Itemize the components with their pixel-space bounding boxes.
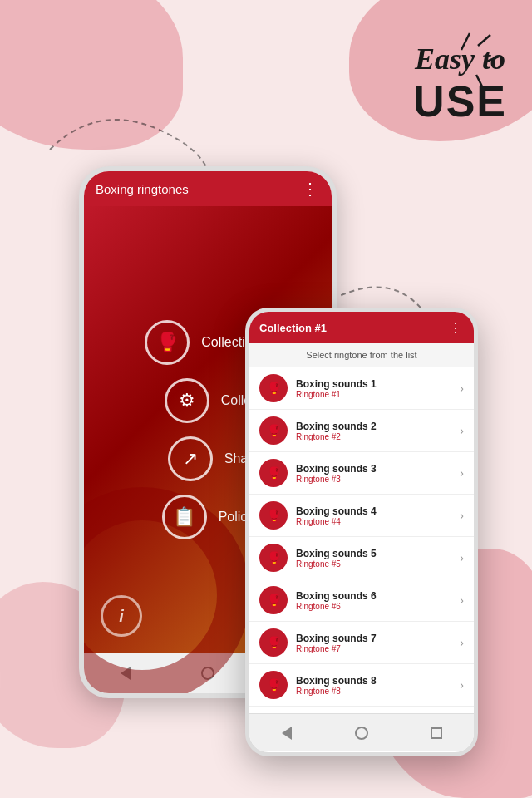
ringtone-info-7: Boxing sounds 7 Ringtone #7 bbox=[296, 633, 451, 653]
ringtone-chevron-4: › bbox=[460, 509, 464, 522]
phone-back-title: Boxing ringtones bbox=[96, 182, 189, 196]
ringtone-chevron-6: › bbox=[460, 594, 464, 607]
phone-back-menu-icon[interactable]: ⋮ bbox=[302, 179, 320, 199]
ringtone-info-8: Boxing sounds 8 Ringtone #8 bbox=[296, 675, 451, 696]
ringtone-icon-2: 🥊 bbox=[259, 416, 288, 445]
ringtone-sub-5: Ringtone #5 bbox=[296, 559, 451, 569]
ringtone-icon-6: 🥊 bbox=[259, 586, 288, 614]
menu-icon-share: ↗ bbox=[168, 436, 213, 481]
ringtone-info-4: Boxing sounds 4 Ringtone #4 bbox=[296, 505, 451, 526]
ringtone-chevron-8: › bbox=[460, 678, 464, 692]
ringtone-name-2: Boxing sounds 2 bbox=[296, 421, 451, 432]
phone-front-title: Collection #1 bbox=[259, 322, 327, 334]
ringtone-item-5[interactable]: 🥊 Boxing sounds 5 Ringtone #5 › bbox=[249, 537, 474, 579]
menu-item-policy[interactable]: 📋 Policy bbox=[162, 495, 254, 539]
ringtone-sub-1: Ringtone #1 bbox=[296, 390, 451, 399]
nav-home-button-front[interactable] bbox=[353, 725, 370, 741]
ringtone-info-2: Boxing sounds 2 Ringtone #2 bbox=[296, 421, 451, 441]
ringtone-sub-8: Ringtone #8 bbox=[296, 687, 451, 696]
ringtone-sub-6: Ringtone #6 bbox=[296, 602, 451, 611]
bg-blob-top-left bbox=[0, 0, 183, 150]
ringtone-chevron-3: › bbox=[460, 466, 464, 480]
ringtone-sub-4: Ringtone #4 bbox=[296, 517, 451, 526]
menu-item-settings[interactable]: ⚙ Colle bbox=[165, 378, 251, 423]
ringtone-icon-3: 🥊 bbox=[259, 459, 288, 487]
ringtone-name-7: Boxing sounds 7 bbox=[296, 633, 451, 644]
tagline: Easy to USE bbox=[413, 42, 507, 126]
ringtone-name-8: Boxing sounds 8 bbox=[296, 675, 451, 687]
phone-front-subtitle: Select ringtone from the list bbox=[249, 343, 474, 367]
ringtone-chevron-2: › bbox=[460, 424, 464, 437]
phone-back-statusbar: Boxing ringtones ⋮ bbox=[84, 171, 332, 206]
ringtone-item-2[interactable]: 🥊 Boxing sounds 2 Ringtone #2 › bbox=[249, 410, 474, 452]
menu-item-share[interactable]: ↗ Sha bbox=[168, 436, 248, 481]
ringtone-item-3[interactable]: 🥊 Boxing sounds 3 Ringtone #3 › bbox=[249, 452, 474, 495]
ringtone-list[interactable]: 🥊 Boxing sounds 1 Ringtone #1 › 🥊 Boxing… bbox=[249, 367, 474, 713]
ringtone-info-6: Boxing sounds 6 Ringtone #6 bbox=[296, 590, 451, 611]
ringtone-icon-5: 🥊 bbox=[259, 544, 288, 572]
nav-recents-button-front[interactable] bbox=[428, 725, 445, 741]
ringtone-item-7[interactable]: 🥊 Boxing sounds 7 Ringtone #7 › bbox=[249, 622, 474, 664]
ringtone-chevron-1: › bbox=[460, 382, 464, 395]
ringtone-name-1: Boxing sounds 1 bbox=[296, 378, 451, 390]
ringtone-icon-8: 🥊 bbox=[259, 671, 288, 699]
ringtone-chevron-5: › bbox=[460, 551, 464, 564]
ringtone-name-6: Boxing sounds 6 bbox=[296, 590, 451, 602]
ringtone-sub-3: Ringtone #3 bbox=[296, 475, 451, 484]
ringtone-sub-7: Ringtone #7 bbox=[296, 644, 451, 653]
tagline-use: USE bbox=[413, 76, 507, 126]
nav-back-button-front[interactable] bbox=[278, 725, 295, 741]
tagline-easy: Easy to bbox=[413, 42, 507, 76]
ringtone-icon-1: 🥊 bbox=[259, 374, 288, 402]
ringtone-info-1: Boxing sounds 1 Ringtone #1 bbox=[296, 378, 451, 399]
ringtone-item-1[interactable]: 🥊 Boxing sounds 1 Ringtone #1 › bbox=[249, 367, 474, 410]
menu-label-share: Sha bbox=[224, 451, 248, 466]
ringtone-name-4: Boxing sounds 4 bbox=[296, 505, 451, 517]
ringtone-item-9[interactable]: 🥊 sms boxing 1 Sound SMS #1 › bbox=[249, 707, 474, 713]
ringtone-chevron-7: › bbox=[460, 636, 464, 649]
ringtone-name-3: Boxing sounds 3 bbox=[296, 463, 451, 475]
phone-front: Collection #1 ⋮ Select ringtone from the… bbox=[245, 308, 478, 756]
menu-icon-collection: 🥊 bbox=[145, 320, 190, 365]
ringtone-icon-7: 🥊 bbox=[259, 628, 288, 657]
ringtone-item-4[interactable]: 🥊 Boxing sounds 4 Ringtone #4 › bbox=[249, 495, 474, 537]
ringtone-item-6[interactable]: 🥊 Boxing sounds 6 Ringtone #6 › bbox=[249, 579, 474, 622]
phone-front-menu-icon[interactable]: ⋮ bbox=[449, 320, 464, 336]
ringtone-info-5: Boxing sounds 5 Ringtone #5 bbox=[296, 548, 451, 569]
ringtone-info-3: Boxing sounds 3 Ringtone #3 bbox=[296, 463, 451, 484]
menu-icon-policy: 📋 bbox=[162, 495, 207, 539]
phone-front-statusbar: Collection #1 ⋮ bbox=[249, 312, 474, 343]
back-circle-info[interactable]: i bbox=[101, 595, 142, 637]
ringtone-item-8[interactable]: 🥊 Boxing sounds 8 Ringtone #8 › bbox=[249, 664, 474, 707]
ringtone-sub-2: Ringtone #2 bbox=[296, 432, 451, 441]
menu-icon-settings: ⚙ bbox=[165, 378, 209, 423]
ringtone-name-5: Boxing sounds 5 bbox=[296, 548, 451, 559]
phone-front-navbar bbox=[249, 713, 474, 751]
ringtone-icon-4: 🥊 bbox=[259, 501, 288, 530]
